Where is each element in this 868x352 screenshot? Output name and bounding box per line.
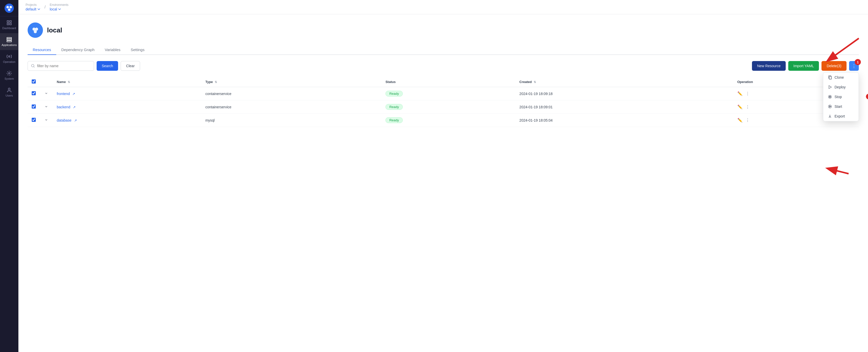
edit-icon-database[interactable]: ✏️: [737, 118, 743, 123]
resource-name-frontend[interactable]: frontend: [57, 92, 70, 96]
breadcrumb-environments: Environments local: [50, 3, 68, 11]
environments-label: Environments: [50, 3, 68, 7]
sidebar-item-users[interactable]: Users: [0, 84, 19, 101]
start-icon: [828, 104, 832, 108]
row-checkbox-backend[interactable]: [32, 104, 36, 108]
toolbar: Search Clear New Resource Import YAML De…: [28, 61, 859, 71]
svg-point-12: [8, 72, 10, 74]
sidebar-item-system-label: System: [5, 77, 14, 80]
table-row: backend ↗ containerservice Ready 2024-01…: [28, 100, 859, 114]
environment-dropdown[interactable]: local: [50, 7, 68, 11]
stop-icon: [828, 95, 832, 99]
sidebar-item-system[interactable]: System: [0, 67, 19, 84]
resource-type-backend: containerservice: [201, 100, 381, 114]
sidebar-item-operation-label: Operation: [3, 60, 16, 63]
project-dropdown[interactable]: default: [26, 7, 40, 11]
main-area: Projects default / Environments local: [19, 0, 868, 352]
sidebar-item-operation[interactable]: Operation: [0, 50, 19, 67]
sidebar-item-dashboard[interactable]: Dashboard: [0, 17, 19, 33]
dropdown-item-start[interactable]: Start: [823, 102, 859, 111]
dropdown-menu: Clone Deploy Stop: [823, 72, 859, 121]
project-value: default: [26, 7, 36, 11]
clone-label: Clone: [835, 75, 844, 79]
th-name: Name ⇅: [53, 77, 201, 87]
expand-btn-backend[interactable]: [44, 104, 49, 109]
created-database: 2024-01-19 18:05:04: [515, 114, 733, 127]
tab-dependency-graph[interactable]: Dependency Graph: [56, 45, 100, 55]
edit-icon-backend[interactable]: ✏️: [737, 104, 743, 109]
content-area: local Resources Dependency Graph Variabl…: [19, 14, 868, 352]
svg-rect-23: [829, 96, 831, 98]
dropdown-item-clone[interactable]: Clone: [823, 72, 859, 82]
clone-icon: [828, 75, 832, 79]
svg-point-3: [8, 8, 10, 11]
search-wrapper: [28, 61, 94, 71]
svg-rect-9: [7, 39, 11, 40]
svg-point-17: [31, 64, 34, 67]
status-badge-frontend: Ready: [385, 91, 403, 97]
created-sort-icon[interactable]: ⇅: [534, 81, 536, 84]
deploy-icon: [828, 85, 832, 89]
external-link-icon-database[interactable]: ↗: [74, 119, 77, 122]
tab-resources[interactable]: Resources: [28, 45, 56, 55]
search-input[interactable]: [37, 64, 91, 68]
svg-rect-5: [10, 21, 11, 22]
dropdown-item-deploy[interactable]: Deploy: [823, 82, 859, 92]
export-label: Export: [835, 114, 845, 118]
row-checkbox-database[interactable]: [32, 118, 36, 122]
clear-button[interactable]: Clear: [121, 61, 140, 71]
th-expand: [40, 77, 53, 87]
table-header-row: Name ⇅ Type ⇅ Status Created ⇅ Operation: [28, 77, 859, 87]
external-link-icon-frontend[interactable]: ↗: [72, 92, 75, 96]
svg-point-2: [9, 6, 12, 8]
tab-variables[interactable]: Variables: [100, 45, 125, 55]
tabs-nav: Resources Dependency Graph Variables Set…: [28, 45, 859, 55]
more-icon-frontend[interactable]: ⋮: [746, 91, 750, 96]
search-button[interactable]: Search: [97, 61, 118, 71]
stop-label: Stop: [835, 95, 842, 99]
env-header: local: [28, 23, 859, 38]
resource-type-frontend: containerservice: [201, 87, 381, 100]
type-sort-icon[interactable]: ⇅: [215, 81, 217, 84]
edit-icon-frontend[interactable]: ✏️: [737, 91, 743, 96]
select-all-checkbox[interactable]: [32, 79, 36, 84]
new-resource-button[interactable]: New Resource: [752, 61, 786, 71]
environment-value: local: [50, 7, 57, 11]
projects-label: Projects: [26, 3, 40, 7]
more-icon-database[interactable]: ⋮: [746, 118, 750, 123]
more-icon-backend[interactable]: ⋮: [746, 104, 750, 109]
dropdown-item-stop[interactable]: Stop: [823, 92, 859, 102]
svg-rect-7: [10, 23, 11, 25]
env-title: local: [47, 26, 62, 34]
sidebar-item-applications-label: Applications: [2, 43, 17, 46]
svg-point-1: [6, 6, 9, 8]
sidebar-item-applications[interactable]: Applications: [0, 33, 19, 50]
start-label: Start: [835, 104, 842, 108]
svg-marker-21: [829, 86, 832, 89]
svg-rect-8: [7, 37, 11, 39]
delete-button[interactable]: Delete(3): [822, 61, 846, 71]
name-sort-icon[interactable]: ⇅: [68, 81, 70, 84]
tab-settings[interactable]: Settings: [125, 45, 150, 55]
row-checkbox-frontend[interactable]: [32, 91, 36, 95]
expand-btn-frontend[interactable]: [44, 91, 49, 96]
resource-table: Name ⇅ Type ⇅ Status Created ⇅ Operation: [28, 77, 859, 127]
external-link-icon-backend[interactable]: ↗: [73, 105, 76, 109]
env-icon: [28, 23, 43, 38]
status-badge-backend: Ready: [385, 104, 403, 110]
resource-name-database[interactable]: database: [57, 118, 71, 122]
more-button-wrapper: ⋮ 1 Clone: [849, 61, 859, 71]
svg-marker-25: [829, 106, 831, 107]
top-header: Projects default / Environments local: [19, 0, 868, 14]
breadcrumb-projects: Projects default: [26, 3, 40, 11]
table-row: frontend ↗ containerservice Ready 2024-0…: [28, 87, 859, 100]
expand-btn-database[interactable]: [44, 118, 49, 123]
dropdown-item-export[interactable]: Export: [823, 111, 859, 121]
resource-name-backend[interactable]: backend: [57, 105, 70, 109]
created-frontend: 2024-01-19 18:09:18: [515, 87, 733, 100]
import-yaml-button[interactable]: Import YAML: [788, 61, 819, 71]
svg-point-13: [8, 88, 10, 90]
deploy-label: Deploy: [835, 85, 846, 89]
breadcrumb-separator: /: [44, 5, 45, 9]
search-icon: [31, 64, 35, 68]
